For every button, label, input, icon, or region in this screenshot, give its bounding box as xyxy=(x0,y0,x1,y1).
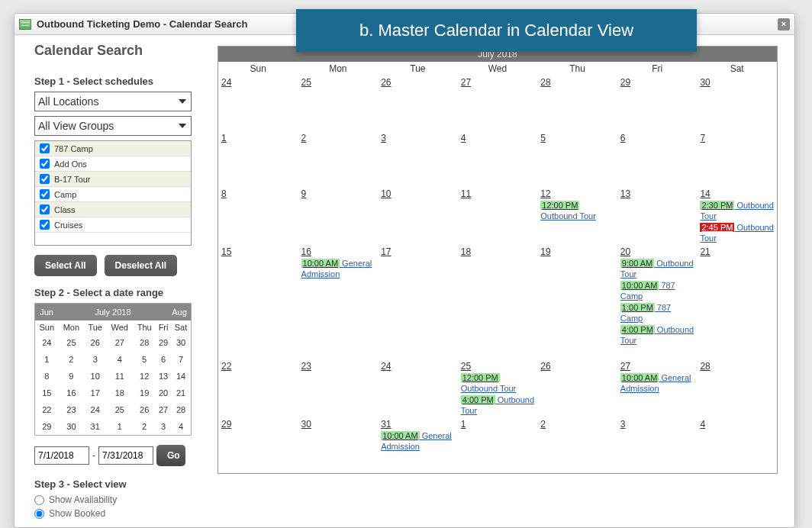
big-day-number[interactable]: 29 xyxy=(221,419,231,430)
big-day-number[interactable]: 3 xyxy=(620,419,626,430)
big-day-cell[interactable]: 1 xyxy=(458,417,538,473)
big-day-number[interactable]: 21 xyxy=(700,246,710,257)
event-time[interactable]: 4:00 PM xyxy=(620,325,655,334)
mini-prev-month[interactable]: Jun xyxy=(35,307,58,317)
big-day-cell[interactable]: 11 xyxy=(458,187,538,245)
big-day-number[interactable]: 16 xyxy=(301,246,311,257)
mini-day-cell[interactable]: 23 xyxy=(59,401,85,418)
big-day-number[interactable]: 4 xyxy=(461,133,466,143)
calendar-event[interactable]: 1:00 PM 787 Camp xyxy=(620,302,694,324)
big-day-cell[interactable]: 27 xyxy=(458,76,538,131)
mini-day-cell[interactable]: 26 xyxy=(133,401,156,418)
big-day-number[interactable]: 5 xyxy=(540,133,546,143)
big-day-cell[interactable]: 24 xyxy=(378,359,458,417)
mini-day-cell[interactable]: 22 xyxy=(35,401,59,418)
big-day-cell[interactable]: 1 xyxy=(218,131,298,187)
big-day-number[interactable]: 24 xyxy=(381,361,391,372)
mini-day-cell[interactable]: 6 xyxy=(156,351,171,368)
event-link[interactable]: Outbound Tour xyxy=(540,211,596,221)
big-day-number[interactable]: 7 xyxy=(700,133,705,143)
mini-day-cell[interactable]: 30 xyxy=(171,334,191,351)
big-day-cell[interactable]: 18 xyxy=(458,245,538,359)
big-day-cell[interactable]: 21 xyxy=(697,245,777,359)
big-day-number[interactable]: 4 xyxy=(700,419,705,430)
big-day-number[interactable]: 1 xyxy=(461,419,466,430)
big-day-cell[interactable]: 5 xyxy=(537,131,617,187)
event-time[interactable]: 10:00 AM xyxy=(301,259,340,268)
mini-next-month[interactable]: Aug xyxy=(168,307,191,317)
checklist-item[interactable]: Class xyxy=(35,202,191,217)
mini-day-cell[interactable]: 25 xyxy=(106,401,133,418)
checklist-checkbox[interactable] xyxy=(40,143,50,153)
date-to-input[interactable] xyxy=(98,446,153,465)
checklist-checkbox[interactable] xyxy=(40,189,50,199)
mini-day-cell[interactable]: 4 xyxy=(171,418,191,435)
calendar-event[interactable]: 12:00 PM Outbound Tour xyxy=(540,200,614,221)
big-day-number[interactable]: 17 xyxy=(381,246,391,257)
big-day-cell[interactable]: 3110:00 AM General Admission xyxy=(378,417,458,473)
big-day-cell[interactable]: 9 xyxy=(298,187,379,245)
big-day-number[interactable]: 8 xyxy=(221,188,227,199)
calendar-event[interactable]: 9:00 AM Outbound Tour xyxy=(620,258,694,279)
calendar-event[interactable]: 10:00 AM General Admission xyxy=(620,372,694,394)
mini-day-cell[interactable]: 1 xyxy=(35,351,59,368)
big-day-cell[interactable]: 13 xyxy=(617,187,698,245)
mini-day-cell[interactable]: 19 xyxy=(133,385,156,401)
event-time[interactable]: 12:00 PM xyxy=(461,373,500,382)
mini-day-cell[interactable]: 29 xyxy=(156,334,171,351)
calendar-event[interactable]: 2:30 PM Outbound Tour xyxy=(700,200,774,221)
viewgroups-dropdown[interactable]: All View Groups xyxy=(34,116,192,136)
calendar-event[interactable]: 4:00 PM Outbound Tour xyxy=(620,324,694,346)
mini-day-cell[interactable]: 15 xyxy=(35,385,59,401)
mini-day-cell[interactable]: 7 xyxy=(171,351,191,368)
big-day-cell[interactable]: 3 xyxy=(378,131,458,187)
mini-day-cell[interactable]: 14 xyxy=(171,368,191,385)
big-day-cell[interactable]: 26 xyxy=(378,76,458,131)
mini-day-cell[interactable]: 18 xyxy=(106,385,133,401)
calendar-event[interactable]: 10:00 AM 787 Camp xyxy=(620,280,694,301)
big-day-number[interactable]: 11 xyxy=(461,188,471,199)
big-day-cell[interactable]: 2 xyxy=(537,417,617,473)
big-day-cell[interactable]: 17 xyxy=(378,245,458,359)
big-day-cell[interactable]: 24 xyxy=(218,76,298,131)
mini-day-cell[interactable]: 11 xyxy=(106,368,133,385)
event-time[interactable]: 2:30 PM xyxy=(700,201,734,210)
event-time[interactable]: 9:00 AM xyxy=(620,259,654,268)
big-day-cell[interactable]: 3 xyxy=(617,417,698,473)
checklist-checkbox[interactable] xyxy=(40,159,50,169)
big-day-number[interactable]: 19 xyxy=(540,246,550,257)
big-day-cell[interactable]: 6 xyxy=(617,131,698,187)
checklist-item[interactable]: B-17 Tour xyxy=(35,172,191,187)
big-day-cell[interactable]: 4 xyxy=(697,417,777,473)
big-day-cell[interactable]: 4 xyxy=(458,131,538,187)
checklist-item[interactable]: Camp xyxy=(35,187,191,202)
big-day-cell[interactable]: 28 xyxy=(697,359,777,417)
big-day-cell[interactable]: 26 xyxy=(537,359,617,417)
schedule-checklist[interactable]: 787 CampAdd OnsB-17 TourCampClassCruises xyxy=(34,140,192,246)
mini-day-cell[interactable]: 27 xyxy=(106,334,133,351)
mini-day-cell[interactable]: 4 xyxy=(106,351,133,368)
mini-day-cell[interactable]: 24 xyxy=(35,334,59,351)
big-day-number[interactable]: 15 xyxy=(221,246,231,257)
checklist-checkbox[interactable] xyxy=(40,220,50,230)
show-booked-radio[interactable] xyxy=(34,509,44,519)
mini-day-cell[interactable]: 9 xyxy=(59,368,85,385)
big-day-number[interactable]: 18 xyxy=(461,246,471,257)
mini-day-cell[interactable]: 20 xyxy=(156,385,171,401)
mini-calendar[interactable]: Jun July 2018 Aug SunMonTueWedThuFriSat … xyxy=(34,303,192,436)
checklist-checkbox[interactable] xyxy=(40,174,50,184)
calendar-event[interactable]: 12:00 PM Outbound Tour xyxy=(461,372,535,394)
big-day-cell[interactable]: 2 xyxy=(298,131,379,187)
mini-day-cell[interactable]: 2 xyxy=(133,418,156,435)
big-day-number[interactable]: 28 xyxy=(540,77,550,88)
mini-day-cell[interactable]: 28 xyxy=(133,334,156,351)
event-time[interactable]: 10:00 AM xyxy=(620,281,659,290)
go-button[interactable]: Go xyxy=(156,445,185,466)
mini-day-cell[interactable]: 31 xyxy=(84,418,106,435)
big-day-number[interactable]: 2 xyxy=(540,419,546,430)
date-from-input[interactable] xyxy=(34,446,89,465)
big-day-cell[interactable]: 1212:00 PM Outbound Tour xyxy=(537,187,617,245)
mini-day-cell[interactable]: 2 xyxy=(59,351,85,368)
mini-day-cell[interactable]: 17 xyxy=(84,385,106,401)
event-time[interactable]: 4:00 PM xyxy=(461,395,495,404)
